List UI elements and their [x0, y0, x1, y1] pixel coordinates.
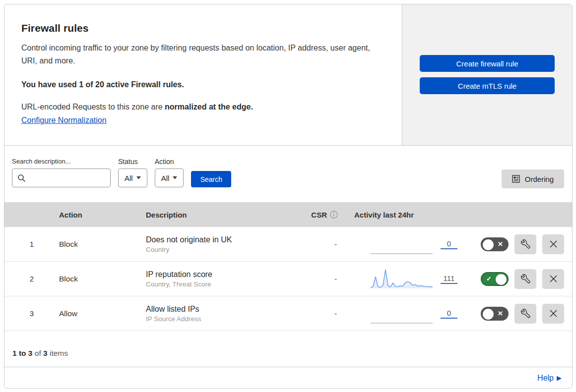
- header-section: Firewall rules Control incoming traffic …: [4, 4, 572, 146]
- action-dropdown[interactable]: All: [155, 168, 184, 187]
- wrench-icon: [521, 274, 530, 283]
- column-activity: Activity last 24hr: [347, 211, 466, 219]
- usage-summary: You have used 1 of 20 active Firewall ru…: [21, 80, 382, 89]
- rule-enabled-toggle[interactable]: ✓ ✕: [481, 272, 509, 286]
- column-action: Action: [59, 211, 146, 219]
- rule-priority: 1: [4, 240, 59, 248]
- pagination-summary: 1 to 3 of 3 items: [4, 331, 572, 367]
- rule-action: Block: [59, 240, 146, 249]
- rule-description-cell: Does not originate in UK Country: [146, 235, 305, 253]
- rule-action: Block: [59, 275, 146, 283]
- search-label: Search description...: [12, 158, 111, 165]
- rule-csr-value: -: [305, 275, 347, 283]
- delete-rule-button[interactable]: [542, 269, 564, 289]
- rule-csr-value: -: [305, 309, 347, 318]
- rule-description-cell: Allow listed IPs IP Source Address: [146, 305, 305, 323]
- header-text-block: Firewall rules Control incoming traffic …: [4, 4, 402, 145]
- toggle-cross-icon: ✕: [498, 241, 503, 247]
- help-row: Help ▶: [4, 367, 572, 389]
- edit-rule-button[interactable]: [514, 269, 536, 289]
- page-description: Control incoming traffic to your zone by…: [21, 42, 382, 67]
- chevron-down-icon: [136, 176, 141, 179]
- search-button[interactable]: Search: [191, 171, 231, 187]
- normalization-prefix: URL-encoded Requests to this zone are: [21, 103, 165, 111]
- rule-criteria: Country, Threat Score: [146, 280, 305, 288]
- edit-rule-button[interactable]: [514, 304, 536, 324]
- configure-normalization-link[interactable]: Configure Normalization: [21, 116, 107, 125]
- rule-criteria: Country: [146, 246, 305, 253]
- action-label: Action: [155, 158, 184, 166]
- rule-controls: ✓ ✕: [466, 269, 572, 289]
- search-icon: [17, 174, 26, 184]
- rule-description: Does not originate in UK: [146, 235, 305, 244]
- create-mtls-rule-button[interactable]: Create mTLS rule: [420, 77, 555, 94]
- rule-priority: 2: [4, 275, 59, 283]
- close-icon: [549, 275, 558, 283]
- items-range: 1 to 3: [12, 349, 32, 357]
- toggle-cross-icon: ✕: [498, 310, 503, 317]
- rule-enabled-toggle[interactable]: ✓ ✕: [481, 307, 509, 321]
- create-firewall-rule-button[interactable]: Create firewall rule: [420, 55, 555, 72]
- table-row: 3 Allow Allow listed IPs IP Source Addre…: [4, 296, 572, 331]
- status-value: All: [125, 174, 133, 182]
- delete-rule-button[interactable]: [542, 304, 564, 324]
- ordering-label: Ordering: [525, 175, 554, 183]
- items-word: items: [48, 349, 68, 357]
- rule-description: Allow listed IPs: [146, 305, 305, 314]
- items-total: 3: [43, 349, 48, 357]
- normalization-note: URL-encoded Requests to this zone are no…: [21, 103, 382, 112]
- rule-controls: ✓ ✕: [466, 234, 572, 254]
- wrench-icon: [521, 309, 530, 318]
- rule-description: IP reputation score: [146, 270, 305, 279]
- help-arrow-icon: ▶: [557, 374, 562, 382]
- action-value: All: [161, 174, 170, 182]
- normalization-bold: normalized at the edge.: [165, 103, 253, 111]
- wrench-icon: [521, 239, 530, 249]
- items-of: of: [32, 349, 43, 357]
- table-header: Action Description CSR Activity last 24h…: [4, 202, 572, 227]
- activity-sparkline: [371, 269, 433, 289]
- close-icon: [549, 240, 558, 248]
- rule-activity-cell: 0: [347, 234, 466, 255]
- chevron-down-icon: [173, 176, 177, 179]
- firewall-rules-panel: Firewall rules Control incoming traffic …: [4, 4, 573, 389]
- activity-count-link[interactable]: 111: [441, 274, 457, 284]
- rule-csr-value: -: [305, 240, 347, 248]
- delete-rule-button[interactable]: [542, 234, 564, 254]
- search-input[interactable]: [12, 169, 110, 187]
- activity-sparkline: [371, 234, 433, 255]
- toggle-knob: [483, 309, 494, 320]
- ordering-button[interactable]: Ordering: [502, 169, 564, 188]
- search-box: [12, 168, 111, 187]
- csr-label: CSR: [311, 211, 327, 219]
- table-row: 1 Block Does not originate in UK Country…: [4, 227, 572, 262]
- status-filter-group: Status All: [118, 158, 147, 187]
- rule-priority: 3: [4, 309, 59, 318]
- search-filter-group: Search description...: [12, 158, 111, 187]
- help-label: Help: [537, 374, 554, 383]
- activity-count-link[interactable]: 0: [441, 309, 457, 319]
- close-icon: [549, 309, 558, 318]
- toggle-knob: [496, 274, 507, 285]
- page-title: Firewall rules: [21, 22, 382, 34]
- status-label: Status: [118, 158, 147, 166]
- ordering-list-icon: [512, 175, 520, 183]
- toggle-check-icon: ✓: [486, 276, 492, 282]
- edit-rule-button[interactable]: [514, 234, 536, 254]
- table-row: 2 Block IP reputation score Country, Thr…: [4, 262, 572, 296]
- activity-count-link[interactable]: 0: [441, 239, 457, 249]
- rule-action: Allow: [59, 309, 146, 318]
- rule-criteria: IP Source Address: [146, 315, 305, 323]
- column-csr: CSR: [305, 211, 347, 219]
- help-link[interactable]: Help ▶: [537, 374, 562, 383]
- header-actions-panel: Create firewall rule Create mTLS rule: [402, 4, 572, 145]
- info-icon[interactable]: [330, 211, 338, 219]
- status-dropdown[interactable]: All: [118, 168, 147, 187]
- filter-bar: Search description... Status All Action: [4, 146, 572, 202]
- rule-activity-cell: 111: [347, 269, 466, 289]
- action-filter-group: Action All: [155, 158, 184, 187]
- rule-description-cell: IP reputation score Country, Threat Scor…: [146, 270, 305, 288]
- rule-enabled-toggle[interactable]: ✓ ✕: [481, 237, 509, 251]
- toggle-knob: [483, 239, 494, 250]
- rule-activity-cell: 0: [347, 303, 466, 324]
